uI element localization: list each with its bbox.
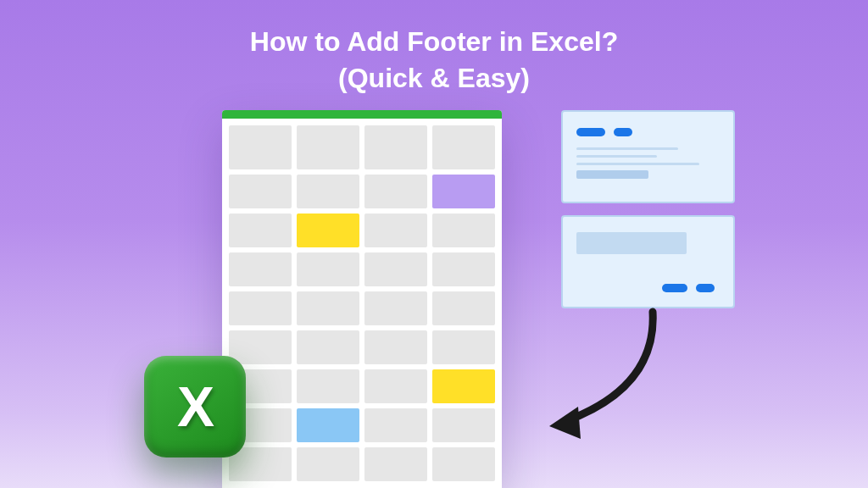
table-cell: [297, 369, 359, 403]
table-cell-highlight: [297, 214, 359, 247]
text-block: [576, 232, 687, 254]
table-cell: [364, 252, 427, 286]
table-cell: [364, 330, 427, 364]
excel-x-letter: X: [177, 374, 213, 439]
excel-app-icon: X: [144, 356, 246, 458]
table-cell: [432, 447, 495, 481]
table-cell: [364, 175, 427, 208]
table-cell-highlight: [432, 175, 495, 208]
sheet-grid: [222, 119, 502, 488]
table-cell: [432, 330, 495, 364]
table-cell: [364, 214, 427, 247]
table-cell: [297, 330, 359, 364]
pill-icon: [662, 284, 687, 292]
card-header-pills: [576, 124, 720, 139]
table-cell: [297, 447, 359, 481]
table-cell: [364, 408, 427, 442]
table-cell-highlight: [297, 408, 359, 442]
title-line-2: (Quick & Easy): [338, 63, 530, 93]
table-cell: [364, 447, 427, 481]
table-cell-highlight: [432, 369, 495, 403]
card-footer-pills: [662, 280, 720, 295]
pill-icon: [696, 284, 715, 292]
spreadsheet-mock: [222, 110, 502, 488]
page-title: How to Add Footer in Excel? (Quick & Eas…: [0, 24, 868, 97]
table-cell: [297, 125, 359, 169]
pill-icon: [576, 128, 605, 136]
table-cell: [229, 125, 292, 169]
table-cell: [432, 214, 495, 247]
document-card-footer: [561, 215, 735, 308]
arrow-icon: [526, 303, 678, 456]
table-cell: [229, 252, 292, 286]
text-block: [576, 170, 648, 179]
table-cell: [364, 291, 427, 325]
table-cell: [229, 175, 292, 208]
title-line-1: How to Add Footer in Excel?: [250, 26, 618, 57]
table-cell: [297, 175, 359, 208]
document-card-header: [561, 110, 735, 203]
table-cell: [297, 252, 359, 286]
table-cell: [364, 125, 427, 169]
table-cell: [229, 447, 292, 481]
table-cell: [432, 125, 495, 169]
table-cell: [364, 369, 427, 403]
text-line: [576, 163, 699, 165]
text-line: [576, 155, 657, 158]
table-cell: [432, 408, 495, 442]
table-cell: [229, 291, 292, 325]
pill-icon: [614, 128, 632, 136]
table-cell: [432, 291, 495, 325]
table-cell: [297, 291, 359, 325]
sheet-top-bar: [222, 110, 502, 119]
table-cell: [229, 214, 292, 247]
table-cell: [229, 330, 292, 364]
table-cell: [432, 252, 495, 286]
text-line: [576, 147, 678, 150]
